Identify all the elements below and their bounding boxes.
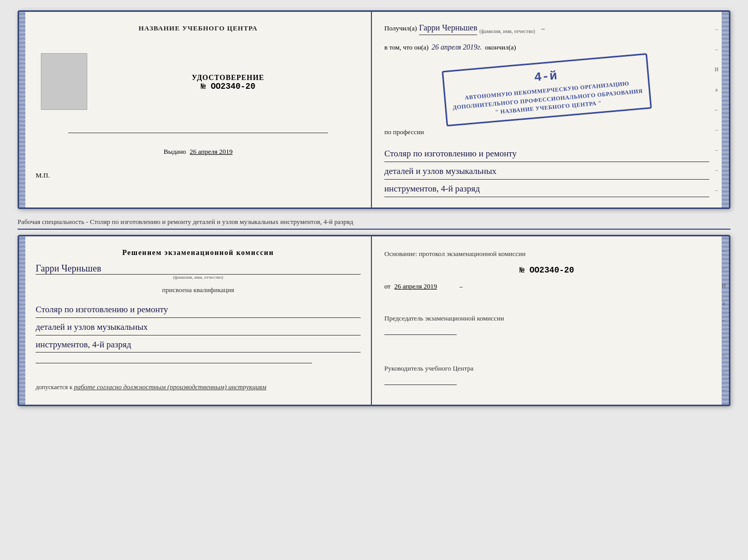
rukovoditel-signature-line [384,385,457,385]
profession-line1: Столяр по изготовлению и ремонту [384,147,709,162]
vtom-line: в том, что он(а) 26 апреля 2019г. окончи… [384,43,709,52]
top-left-page: НАЗВАНИЕ УЧЕБНОГО ЦЕНТРА УДОСТОВЕРЕНИЕ №… [25,12,372,207]
photo-placeholder [41,53,87,110]
separator-text: Рабочая специальность - Столяр по изгото… [18,214,730,230]
protocol-number: № OO2340-20 [384,266,709,275]
ot-label: от [384,282,391,290]
bottom-name: Гарри Черньшев [36,263,361,275]
fio-caption-top: (фамилия, имя, отчество) [479,28,535,35]
spine-bottom-left [19,236,25,405]
bottom-booklet: Решением экзаменационной комиссии Гарри … [18,235,730,406]
predsedatel-label: Председатель экзаменационной комиссии [384,313,709,324]
rukovoditel-block: Руководитель учебного Центра [384,363,709,389]
predsedatel-block: Председатель экзаменационной комиссии [384,313,709,339]
vydano-date: 26 апреля 2019 [190,148,232,155]
name-block-bottom: Гарри Черньшев (фамилия, имя, отчество) [36,263,361,280]
stamp-block: 4-й АВТОНОМНУЮ НЕКОММЕРЧЕСКУЮ ОРГАНИЗАЦИ… [442,53,652,126]
okonchil-label: окончил(а) [485,43,516,52]
vtom-label: в том, что он(а) [384,43,429,52]
po-professii: по профессии [384,128,709,136]
document-container: НАЗВАНИЕ УЧЕБНОГО ЦЕНТРА УДОСТОВЕРЕНИЕ №… [18,10,730,406]
qual-line1: Столяр по изготовлению и ремонту [36,302,361,318]
osnov-title: Основание: протокол экзаменационной коми… [384,249,709,259]
top-right-page: Получил(а) Гарри Черньшев (фамилия, имя,… [372,12,722,207]
qualification-block: Столяр по изготовлению и ремонту деталей… [36,300,361,353]
bottom-fio-caption: (фамилия, имя, отчество) [36,275,361,280]
profession-block: Столяр по изготовлению и ремонту деталей… [384,145,709,197]
mp-line: М.П. [36,171,50,180]
recipient-name: Гарри Черньшев [419,22,477,35]
qual-line2: деталей и узлов музыкальных [36,320,361,335]
spine-left [19,12,25,207]
bottom-right-page: Основание: протокол экзаменационной коми… [372,236,722,405]
right-edge-marks-bottom: – – И а ← – – – – [719,236,729,405]
right-edge-marks: – – И а ← – – – – [711,12,722,207]
bottom-left-page: Решением экзаменационной комиссии Гарри … [25,236,372,405]
edge-right-top [722,12,729,207]
mp-label: М.П. [36,171,50,179]
udost-title: УДОСТОВЕРЕНИЕ [192,74,264,82]
predsedatel-signature-line [384,334,457,335]
dopuskaetsya-value: работе согласно должностным (производств… [74,383,266,391]
reshenie-title: Решением экзаменационной комиссии [36,249,361,257]
ot-date-line: от 26 апреля 2019 – [384,282,709,291]
udost-number: № OO2340-20 [192,82,264,91]
rukovoditel-label: Руководитель учебного Центра [384,363,709,374]
poluchil-label: Получил(а) [384,24,417,33]
dopuskaetsya-label: допускается к [36,383,72,391]
vydano-line: Выдано 26 апреля 2019 [164,148,232,156]
top-booklet: НАЗВАНИЕ УЧЕБНОГО ЦЕНТРА УДОСТОВЕРЕНИЕ №… [18,10,730,209]
profession-line2: деталей и узлов музыкальных [384,164,709,180]
udost-block: УДОСТОВЕРЕНИЕ № OO2340-20 [192,74,264,91]
dopuskaetsya-block: допускается к работе согласно должностны… [36,382,361,392]
vydano-label: Выдано [164,148,186,155]
qual-line3: инструментов, 4-й разряд [36,338,361,353]
ot-date-value: 26 апреля 2019 [394,282,437,290]
profession-line3: инструментов, 4-й разряд [384,182,709,197]
prisvoena-text: присвоена квалификация [36,286,361,294]
poluchil-line: Получил(а) Гарри Черньшев (фамилия, имя,… [384,22,709,35]
vtom-date: 26 апреля 2019г. [432,43,482,52]
top-left-title: НАЗВАНИЕ УЧЕБНОГО ЦЕНТРА [138,24,258,33]
